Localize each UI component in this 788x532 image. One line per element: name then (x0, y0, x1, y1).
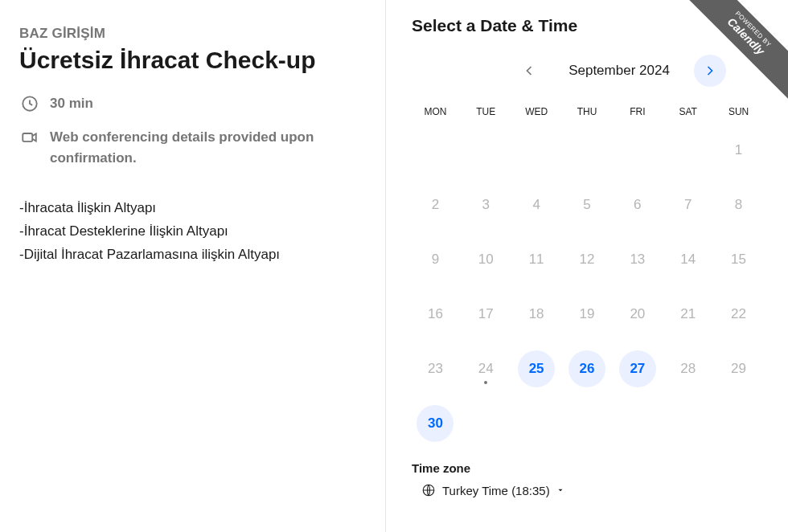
clock-icon (19, 93, 40, 114)
day-cell: 17 (467, 296, 504, 333)
weekday-label: FRI (614, 101, 661, 122)
day-available[interactable]: 30 (417, 405, 454, 442)
day-cell: 14 (670, 241, 707, 278)
timezone-section: Time zone Turkey Time (18:35) (412, 461, 762, 497)
svg-rect-1 (23, 133, 32, 141)
chevron-left-icon (521, 63, 537, 79)
event-description: -İhracata İlişkin Altyapı -İhracat Deste… (19, 197, 359, 267)
day-cell: 4 (518, 186, 555, 223)
day-cell: 20 (619, 296, 656, 333)
day-cell: 24 (467, 350, 504, 387)
day-cell: 1 (720, 132, 757, 169)
day-cell: 11 (518, 241, 555, 278)
weekday-label: WED (513, 101, 560, 122)
day-cell: 18 (518, 296, 555, 333)
day-cell: 6 (619, 186, 656, 223)
desc-line: -İhracat Desteklerine İlişkin Altyapı (19, 220, 359, 243)
weekday-label: THU (564, 101, 611, 122)
day-cell: 21 (670, 296, 707, 333)
globe-icon (421, 483, 436, 497)
weekday-label: MON (412, 101, 459, 122)
calendar-grid: 1234567891011121314151617181920212223242… (412, 132, 762, 442)
weekday-label: TUE (462, 101, 510, 122)
day-cell: 28 (670, 350, 707, 387)
calendly-ribbon[interactable]: POWERED BY Calendly (683, 0, 788, 104)
conferencing-text: Web conferencing details provided upon c… (50, 127, 359, 168)
day-cell: 19 (568, 296, 605, 333)
day-cell: 5 (568, 186, 605, 223)
day-available[interactable]: 27 (619, 350, 656, 387)
timezone-selector[interactable]: Turkey Time (18:35) (412, 483, 762, 497)
day-cell: 2 (417, 186, 454, 223)
duration-row: 30 min (19, 93, 359, 114)
video-icon (19, 127, 40, 148)
day-available[interactable]: 25 (518, 350, 555, 387)
day-cell: 9 (417, 241, 454, 278)
day-cell: 22 (720, 296, 757, 333)
day-cell: 8 (720, 186, 757, 223)
timezone-value: Turkey Time (18:35) (442, 484, 550, 497)
day-cell: 15 (720, 241, 757, 278)
caret-down-icon (556, 486, 564, 494)
day-available[interactable]: 26 (568, 350, 605, 387)
day-cell: 13 (619, 241, 656, 278)
prev-month-button[interactable] (513, 55, 545, 87)
day-cell: 10 (467, 241, 504, 278)
day-cell: 23 (417, 350, 454, 387)
company-name: BAZ GİRİŞİM (19, 26, 359, 42)
day-cell: 16 (417, 296, 454, 333)
day-cell: 3 (467, 186, 504, 223)
event-title: Ücretsiz İhracat Check-up (19, 47, 359, 74)
desc-line: -Dijital İhracat Pazarlamasına ilişkin A… (19, 243, 359, 267)
desc-line: -İhracata İlişkin Altyapı (19, 197, 359, 220)
day-cell: 29 (720, 350, 757, 387)
day-cell: 12 (568, 241, 605, 278)
conferencing-row: Web conferencing details provided upon c… (19, 127, 359, 168)
today-indicator-dot (484, 381, 487, 384)
current-month-label: September 2024 (553, 63, 686, 79)
timezone-heading: Time zone (412, 461, 762, 475)
day-cell: 7 (670, 186, 707, 223)
duration-text: 30 min (50, 93, 93, 114)
event-details-panel: BAZ GİRİŞİM Ücretsiz İhracat Check-up 30… (0, 0, 386, 532)
ribbon-small-text: POWERED BY (693, 0, 788, 89)
